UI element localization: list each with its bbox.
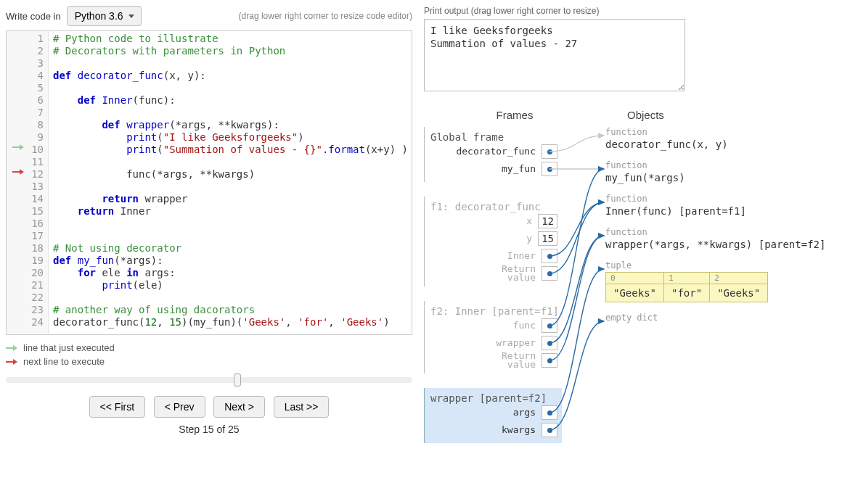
resize-hint: (drag lower right corner to resize code … <box>239 11 412 21</box>
frame: f1: decorator_funcx12y15InnerReturn valu… <box>424 197 562 286</box>
frame-var: kwargs <box>425 421 562 439</box>
code-line[interactable]: func(*args, **kwargs) <box>53 168 412 181</box>
output-label: Print output (drag lower right corner to… <box>424 6 852 16</box>
object-type: empty dict <box>605 313 825 323</box>
frame-var: decorator_func <box>425 143 562 160</box>
arrow-next-icon <box>6 359 19 365</box>
code-line[interactable]: def my_fun(*args): <box>53 255 412 267</box>
line-number: 10 <box>7 144 48 156</box>
line-number: 19 <box>7 255 48 267</box>
line-number: 3 <box>7 57 48 70</box>
frame: f2: Inner [parent=f1]funcwrapperReturn v… <box>424 301 562 373</box>
code-line[interactable]: print("Summation of values - {}".format(… <box>53 144 412 156</box>
language-select[interactable]: Python 3.6 <box>67 6 142 26</box>
code-line[interactable]: return wrapper <box>53 193 412 205</box>
line-number: 12 <box>7 168 48 181</box>
code-line[interactable] <box>53 107 412 119</box>
step-counter: Step 15 of 25 <box>6 424 412 435</box>
first-button[interactable]: << First <box>89 396 145 418</box>
code-line[interactable] <box>53 156 412 168</box>
line-number: 24 <box>7 316 48 329</box>
code-line[interactable]: # Decorators with parameters in Python <box>53 45 412 57</box>
line-number: 20 <box>7 267 48 279</box>
line-number: 2 <box>7 45 48 57</box>
object: functiondecorator_func(x, y) <box>605 127 825 150</box>
line-number: 16 <box>7 218 48 230</box>
frame-var: func <box>425 317 562 334</box>
code-line[interactable]: def wrapper(*args, **kwargs): <box>53 119 412 131</box>
frame-var: args <box>425 404 562 421</box>
frame-var: Return value <box>425 265 562 282</box>
frame-var: Return value <box>425 352 562 369</box>
code-line[interactable]: for ele in args: <box>53 267 412 279</box>
frame-var: x12 <box>425 212 562 230</box>
code-line[interactable]: return Inner <box>53 205 412 218</box>
step-slider[interactable] <box>6 377 412 383</box>
line-number: 15 <box>7 205 48 218</box>
line-number: 21 <box>7 279 48 292</box>
code-line[interactable]: # another way of using dacorators <box>53 304 412 316</box>
line-number: 18 <box>7 242 48 255</box>
last-button[interactable]: Last >> <box>274 396 330 418</box>
slider-thumb[interactable] <box>234 373 241 387</box>
line-number: 9 <box>7 131 48 144</box>
object-type: function <box>605 194 825 204</box>
code-line[interactable] <box>53 292 412 304</box>
code-line[interactable] <box>53 57 412 70</box>
legend-next-label: next line to execute <box>23 356 105 367</box>
frame-var: wrapper <box>425 334 562 352</box>
code-line[interactable]: def Inner(func): <box>53 94 412 107</box>
object: tuple012"Geeks""for""Geeks" <box>605 260 825 302</box>
object-type: function <box>605 160 825 170</box>
object-type: function <box>605 127 825 137</box>
objects-header: Objects <box>605 109 852 121</box>
legend: line that just executed next line to exe… <box>6 342 412 367</box>
code-line[interactable] <box>53 230 412 242</box>
object: functionwrapper(*args, **kwargs) [parent… <box>605 227 825 250</box>
line-number: 1 <box>7 33 48 45</box>
code-line[interactable] <box>53 82 412 94</box>
line-number: 13 <box>7 181 48 193</box>
line-number: 22 <box>7 292 48 304</box>
line-number: 17 <box>7 230 48 242</box>
code-line[interactable]: decorator_func(12, 15)(my_fun)('Geeks', … <box>53 316 412 329</box>
line-number: 6 <box>7 94 48 107</box>
code-line[interactable]: print("I like Geeksforgeeks") <box>53 131 412 144</box>
object: functionmy_fun(*args) <box>605 160 825 183</box>
frame-title: f2: Inner [parent=f1] <box>425 305 562 317</box>
line-number: 4 <box>7 70 48 82</box>
line-number: 8 <box>7 119 48 131</box>
code-editor[interactable]: 123456789101112131415161718192021222324 … <box>6 30 412 335</box>
line-number: 23 <box>7 304 48 316</box>
code-line[interactable]: # Not using decorator <box>53 242 412 255</box>
code-line[interactable]: def decorator_func(x, y): <box>53 70 412 82</box>
code-line[interactable] <box>53 218 412 230</box>
legend-prev-label: line that just executed <box>23 342 115 353</box>
frame-title: Global frame <box>425 131 562 143</box>
frame-title: wrapper [parent=f2] <box>425 392 562 404</box>
frame-var: my_fun <box>425 160 562 178</box>
object: empty dict <box>605 313 825 323</box>
code-line[interactable]: # Python code to illustrate <box>53 33 412 45</box>
object-type: function <box>605 227 825 237</box>
line-number: 14 <box>7 193 48 205</box>
arrow-prev-icon <box>6 345 19 351</box>
frame-var: y15 <box>425 230 562 247</box>
object-type: tuple <box>605 260 825 270</box>
object: functionInner(func) [parent=f1] <box>605 194 825 217</box>
frame-title: f1: decorator_func <box>425 201 562 212</box>
output-box[interactable]: I like Geeksforgeeks Summation of values… <box>424 19 685 91</box>
line-number: 11 <box>7 156 48 168</box>
frame: wrapper [parent=f2]argskwargs <box>424 388 562 443</box>
code-line[interactable] <box>53 181 412 193</box>
frame-var: Inner <box>425 247 562 265</box>
prev-button[interactable]: < Prev <box>154 396 205 418</box>
write-code-label: Write code in <box>6 11 61 22</box>
next-button[interactable]: Next > <box>213 396 265 418</box>
line-number: 5 <box>7 82 48 94</box>
frame: Global framedecorator_funcmy_fun <box>424 127 562 182</box>
line-number: 7 <box>7 107 48 119</box>
code-line[interactable]: print(ele) <box>53 279 412 292</box>
frames-header: Frames <box>424 109 605 121</box>
